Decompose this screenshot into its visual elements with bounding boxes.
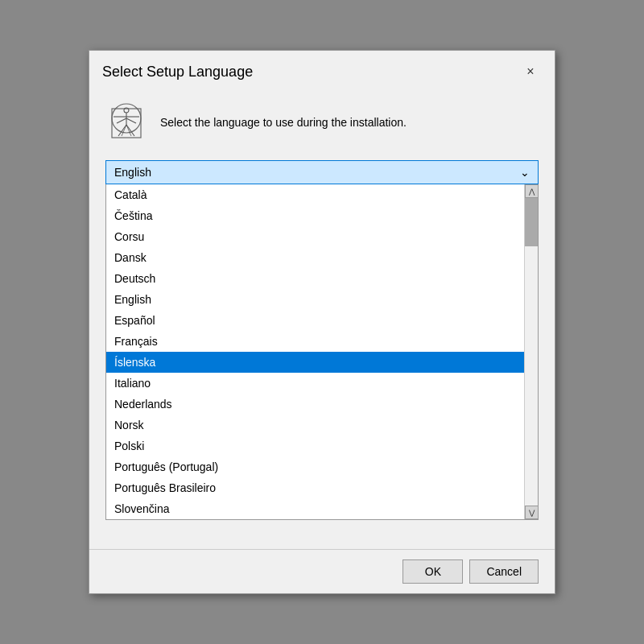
- language-item-nederlands[interactable]: Nederlands: [106, 394, 524, 415]
- scrollbar-down-button[interactable]: ⋁: [525, 506, 539, 519]
- scrollbar-thumb: [525, 198, 538, 246]
- language-list: CatalàČeštinaCorsuDanskDeutschEnglishEsp…: [106, 184, 524, 519]
- language-dropdown[interactable]: English ⌄: [105, 160, 539, 184]
- title-bar: Select Setup Language ×: [89, 51, 555, 89]
- language-item-francais[interactable]: Français: [106, 331, 524, 352]
- language-item-slovencina[interactable]: Slovenčina: [106, 498, 524, 519]
- language-item-espanol[interactable]: Español: [106, 310, 524, 331]
- ok-button[interactable]: OK: [402, 559, 463, 584]
- svg-line-5: [117, 118, 126, 123]
- language-item-norsk[interactable]: Norsk: [106, 415, 524, 436]
- language-item-english[interactable]: English: [106, 289, 524, 310]
- instruction-text: Select the language to use during the in…: [160, 115, 407, 131]
- dialog-title: Select Setup Language: [102, 64, 253, 80]
- language-list-container: CatalàČeštinaCorsuDanskDeutschEnglishEsp…: [105, 184, 539, 520]
- close-button[interactable]: ×: [519, 60, 542, 83]
- scrollbar: ⋀ ⋁: [524, 184, 538, 519]
- language-item-polski[interactable]: Polski: [106, 436, 524, 456]
- language-item-corsu[interactable]: Corsu: [106, 226, 524, 247]
- scrollbar-up-button[interactable]: ⋀: [525, 184, 539, 198]
- dropdown-chevron-icon: ⌄: [520, 166, 530, 179]
- language-item-italiano[interactable]: Italiano: [106, 373, 524, 394]
- button-section: OK Cancel: [89, 549, 555, 593]
- language-item-portugues-portugal[interactable]: Português (Portugal): [106, 456, 524, 477]
- vitruvian-icon: [105, 102, 147, 144]
- language-item-islenska[interactable]: Íslenska: [106, 352, 524, 373]
- svg-line-6: [126, 118, 136, 123]
- language-item-portugues-brasileiro[interactable]: Português Brasileiro: [106, 477, 524, 498]
- cancel-button[interactable]: Cancel: [469, 559, 539, 584]
- setup-language-dialog: Select Setup Language ×: [89, 50, 555, 594]
- language-item-dansk[interactable]: Dansk: [106, 247, 524, 268]
- header-section: Select the language to use during the in…: [105, 102, 539, 144]
- language-item-deutsch[interactable]: Deutsch: [106, 268, 524, 289]
- scrollbar-track-area[interactable]: [525, 198, 538, 506]
- language-item-catala[interactable]: Català: [106, 184, 524, 205]
- language-item-cestina[interactable]: Čeština: [106, 205, 524, 226]
- dialog-body: Select the language to use during the in…: [89, 89, 555, 536]
- selected-language-label: English: [114, 166, 151, 179]
